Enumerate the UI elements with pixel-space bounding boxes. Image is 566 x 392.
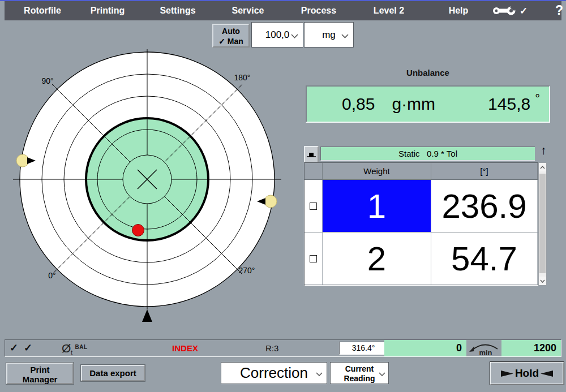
triangle-left-icon	[540, 370, 554, 377]
polar-chart: 90° 180° 0° 270°	[0, 48, 294, 339]
menu-item-level2[interactable]: Level 2	[374, 1, 404, 20]
hold-button[interactable]: Hold	[490, 362, 564, 385]
angle-label-180: 180°	[234, 73, 251, 82]
scroll-up-button[interactable]	[539, 163, 546, 171]
row-checkbox[interactable]	[310, 255, 317, 262]
header-angle: [°]	[431, 163, 538, 179]
angle-label-90: 90°	[41, 76, 53, 85]
unbalance-title: Unbalance	[306, 68, 550, 77]
diameter-subscript: t	[71, 350, 72, 356]
tolerance-scale-value: 100,0	[265, 29, 290, 41]
print-manager-line2: Manager	[7, 374, 72, 384]
print-manager-button[interactable]: Print Manager	[6, 363, 74, 384]
auto-man-toggle[interactable]: Auto ✓ Man	[212, 24, 250, 48]
angle-cell[interactable]: 236.9	[431, 180, 538, 232]
scroll-down-icon	[540, 279, 545, 283]
scrollbar-thumb[interactable]	[539, 174, 546, 273]
triangle-right-icon	[500, 370, 514, 377]
weight-cell[interactable]: 2	[323, 232, 431, 285]
unit-value: mg	[322, 29, 336, 41]
unit-select[interactable]: mg	[304, 22, 354, 48]
status-check-icon: ✓	[24, 342, 32, 354]
transfer-up-icon[interactable]: ↑	[541, 144, 547, 157]
mode-select[interactable]: Correction	[221, 362, 327, 384]
angle-label-270: 270°	[239, 266, 255, 275]
chevron-down-icon	[316, 372, 323, 376]
run-counter: R:3	[265, 343, 278, 353]
menu-bar: Rotorfile Printing Settings Service Proc…	[5, 1, 561, 20]
balance-diameter-indicator: Øt BAL	[62, 342, 88, 356]
help-icon[interactable]: ?	[555, 1, 563, 20]
check-icon: ✓	[520, 5, 528, 17]
row-checkbox[interactable]	[310, 203, 317, 210]
plane-mode-header: Static 0.9 * Tol	[320, 147, 535, 161]
angle-cell[interactable]: 54.7	[431, 232, 538, 285]
table-header: Weight [°]	[305, 163, 538, 180]
weight-icon	[306, 149, 317, 160]
index-status: INDEX	[166, 343, 204, 353]
service-status-indicator[interactable]: ✓	[492, 1, 543, 20]
rpm-current-field: 0	[384, 340, 466, 356]
rpm-target-field: 1200	[501, 340, 561, 356]
weights-table: Weight [°] 1 236.9 2 54.7	[304, 162, 538, 286]
table-row[interactable]: 1 236.9	[305, 180, 538, 232]
weight-cell[interactable]: 1	[323, 180, 431, 232]
chevron-down-icon	[341, 34, 349, 38]
rpm-unit-label: min	[479, 348, 492, 356]
hold-label: Hold	[515, 367, 539, 380]
header-checkbox-column	[305, 163, 323, 179]
menu-item-help[interactable]: Help	[449, 1, 469, 20]
table-row[interactable]: 2 54.7	[305, 232, 538, 285]
chevron-down-icon	[379, 372, 385, 376]
bal-label: BAL	[75, 344, 88, 350]
rpm-gauge-icon: min	[468, 341, 501, 356]
menu-item-rotorfile[interactable]: Rotorfile	[24, 1, 61, 20]
angle-label-0: 0°	[48, 271, 55, 280]
table-scrollbar[interactable]	[538, 162, 547, 286]
correction-marker-right	[264, 195, 277, 208]
mode-value: Correction	[240, 364, 308, 381]
status-check-icon: ✓	[10, 342, 18, 354]
unbalance-angle: 145,8	[488, 94, 530, 114]
tolerance-scale-select[interactable]: 100,0	[251, 22, 303, 48]
header-weight: Weight	[323, 163, 431, 179]
unbalance-readout: 0,85 g·mm 145,8 °	[306, 85, 550, 123]
unbalance-dot	[132, 225, 144, 236]
data-export-button[interactable]: Data export	[81, 365, 145, 381]
rotor-position-triangle	[142, 309, 152, 322]
weight-placement-button[interactable]	[304, 146, 319, 163]
unbalance-amount: 0,85	[342, 94, 375, 114]
degree-symbol: °	[535, 92, 540, 106]
menu-item-settings[interactable]: Settings	[160, 1, 195, 20]
chevron-down-icon	[291, 34, 298, 38]
diameter-icon: Ø	[62, 342, 71, 355]
auto-label: Auto	[213, 26, 248, 36]
menu-item-printing[interactable]: Printing	[91, 1, 125, 20]
scroll-down-button[interactable]	[539, 277, 546, 285]
scroll-up-icon	[540, 166, 545, 169]
correction-marker-left	[16, 154, 29, 167]
balancing-app-window: Rotorfile Printing Settings Service Proc…	[0, 0, 566, 392]
reading-select[interactable]: Current Reading	[330, 362, 389, 384]
angle-position-readout: 316.4°	[339, 342, 388, 355]
wrench-icon	[492, 6, 517, 16]
status-bar: ✓ ✓ Øt BAL INDEX R:3 316.4° 0 min 1200	[5, 339, 561, 357]
menu-item-process[interactable]: Process	[301, 1, 336, 20]
print-manager-line1: Print	[7, 365, 72, 374]
unbalance-unit: g·mm	[392, 94, 435, 114]
menu-item-service[interactable]: Service	[232, 1, 264, 20]
man-label: ✓ Man	[213, 36, 248, 46]
